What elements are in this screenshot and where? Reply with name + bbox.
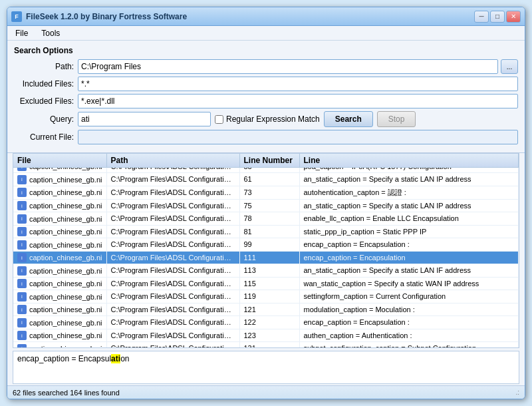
current-file-row: Current File: [14,130,518,144]
path-cell: C:\Program Files\ADSL Configuration... [106,168,239,173]
menu-bar: File Tools [7,26,525,41]
preview-after: on [120,354,129,363]
line-number-cell: 75 [239,199,299,212]
table-row[interactable]: icaption_chinese_gb.niC:\Program Files\A… [13,303,519,316]
query-label: Query: [14,114,74,124]
table-row[interactable]: icaption_chinese_gb.niC:\Program Files\A… [13,225,519,238]
line-number-cell: 81 [239,225,299,238]
regex-checkbox[interactable] [215,115,223,124]
close-button[interactable]: ✕ [506,11,521,23]
line-content-cell: an_static_caption = Specify a static LAN… [299,264,519,278]
path-cell: C:\Program Files\ADSL Configuration... [106,290,239,304]
line-content-cell: an_static_caption = Specify a static LAN… [299,173,519,186]
table-row[interactable]: icaption_chinese_gb.niC:\Program Files\A… [13,168,519,173]
line-number-cell: 53 [239,168,299,173]
path-cell: C:\Program Files\ADSL Configuration... [106,303,239,316]
line-number-cell: 123 [239,329,299,342]
path-cell: C:\Program Files\ADSL Configuration... [106,251,239,264]
line-content-cell: poa_caption = IPoA(RFC 1577) Configurati… [299,168,519,173]
header-file: File [13,154,106,168]
file-cell: icaption_chinese_gb.ni [17,175,102,184]
stop-button[interactable]: Stop [377,111,416,127]
table-row[interactable]: icaption_chinese_gb.niC:\Program Files\A… [13,199,519,212]
line-number-cell: 131 [239,342,299,348]
excluded-files-input[interactable] [78,94,518,108]
line-number-cell: 119 [239,290,299,304]
line-content-cell: encap_caption = Encapsulation : [299,316,519,329]
query-row: Query: Regular Expression Match Search S… [14,111,518,127]
menu-file[interactable]: File [13,27,31,39]
browse-button[interactable]: ... [501,59,518,74]
table-row[interactable]: icaption_chinese_gb.niC:\Program Files\A… [13,186,519,199]
line-number-cell: 113 [239,264,299,278]
maximize-button[interactable]: □ [490,11,505,23]
results-area: File Path Line Number Line icaption_chin… [13,153,519,348]
path-cell: C:\Program Files\ADSL Configuration... [106,173,239,186]
regex-label: Regular Expression Match [215,114,320,124]
table-row[interactable]: icaption_chinese_gb.niC:\Program Files\A… [13,238,519,252]
file-cell: icaption_chinese_gb.ni [17,188,102,197]
file-cell: icaption_chinese_gb.ni [17,331,102,340]
line-number-cell: 122 [239,316,299,329]
file-cell: icaption_chinese_gb.ni [17,305,102,314]
table-row[interactable]: icaption_chinese_gb.niC:\Program Files\A… [13,329,519,342]
table-row[interactable]: icaption_chinese_gb.niC:\Program Files\A… [13,173,519,186]
path-cell: C:\Program Files\ADSL Configuration... [106,199,239,212]
line-content-cell: authen_caption = Authentication : [299,329,519,342]
path-input[interactable] [78,59,498,74]
window-controls: ─ □ ✕ [474,11,521,23]
path-label: Path: [14,62,74,71]
included-files-row: Included Files: [14,77,518,91]
menu-tools[interactable]: Tools [39,27,63,39]
path-cell: C:\Program Files\ADSL Configuration... [106,212,239,226]
main-window: F FileSeek 1.2.0 by Binary Fortress Soft… [7,7,525,399]
table-row[interactable]: icaption_chinese_gb.niC:\Program Files\A… [13,212,519,226]
file-cell: icaption_chinese_gb.ni [17,266,102,276]
preview-text: encap_caption = Encapsulation [17,354,129,363]
line-content-cell: encap_caption = Encapsulation : [299,238,519,252]
current-file-input [78,130,518,144]
table-row[interactable]: icaption_chinese_gb.niC:\Program Files\A… [13,290,519,304]
line-content-cell: subnet_configuration_caption = Subnet Co… [299,342,519,348]
table-row[interactable]: icaption_chinese_gb.niC:\Program Files\A… [13,264,519,278]
minimize-button[interactable]: ─ [474,11,489,23]
header-line: Line [299,154,519,168]
query-input[interactable] [78,112,211,126]
line-content-cell: static_ppp_ip_caption = Static PPP IP [299,225,519,238]
file-cell: icaption_chinese_gb.ni [17,201,102,210]
line-content-cell: an_static_caption = Specify a static LAN… [299,199,519,212]
file-cell: icaption_chinese_gb.ni [17,279,102,288]
table-row[interactable]: icaption_chinese_gb.niC:\Program Files\A… [13,277,519,290]
app-icon: F [11,11,22,22]
file-cell: icaption_chinese_gb.ni [17,253,102,262]
path-cell: C:\Program Files\ADSL Configuration... [106,238,239,252]
current-file-label: Current File: [14,132,74,142]
line-number-cell: 61 [239,173,299,186]
file-cell: icaption_chinese_gb.ni [17,240,102,250]
line-content-cell: settingform_caption = Current Configurat… [299,290,519,304]
results-scroll[interactable]: icaption_chinese_big5.iniC:\Program File… [13,168,519,347]
line-number-cell: 73 [239,186,299,199]
table-row[interactable]: icaption_chinese_gb.niC:\Program Files\A… [13,251,519,264]
file-cell: icaption_chinese_gb.ni [17,292,102,302]
table-row[interactable]: icaption_chinese_gb.niC:\Program Files\A… [13,342,519,348]
excluded-files-row: Excluded Files: [14,94,518,108]
title-bar: F FileSeek 1.2.0 by Binary Fortress Soft… [7,7,525,26]
results-header: File Path Line Number Line [13,154,519,168]
header-line-number: Line Number [239,154,299,168]
preview-area: encap_caption = Encapsulation [13,351,519,384]
path-cell: C:\Program Files\ADSL Configuration... [106,186,239,199]
line-content-cell: autohentication_capton = 認證 : [299,186,519,199]
line-number-cell: 78 [239,212,299,226]
scroll-indicator: .: [515,389,519,396]
file-cell: icaption_chinese_gb.ni [17,168,102,171]
search-button[interactable]: Search [324,111,373,127]
path-cell: C:\Program Files\ADSL Configuration... [106,316,239,329]
status-text: 62 files searched 164 lines found [13,389,120,397]
search-options-panel: Search Options Path: ... Included Files:… [7,41,525,153]
path-cell: C:\Program Files\ADSL Configuration... [106,225,239,238]
included-files-input[interactable] [78,77,518,91]
path-row: Path: ... [14,59,518,74]
table-row[interactable]: icaption_chinese_gb.niC:\Program Files\A… [13,316,519,329]
included-files-label: Included Files: [14,79,74,89]
